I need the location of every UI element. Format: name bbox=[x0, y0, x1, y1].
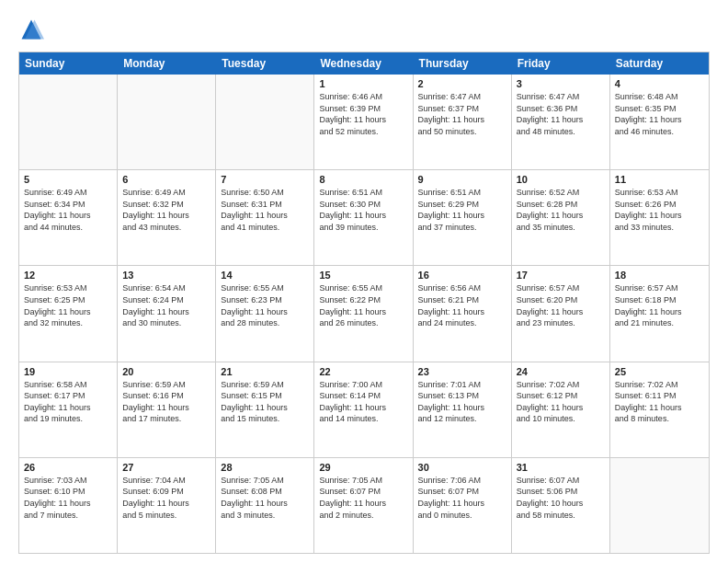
calendar-cell-14: 14Sunrise: 6:55 AM Sunset: 6:23 PM Dayli… bbox=[216, 266, 314, 361]
calendar-cell-13: 13Sunrise: 6:54 AM Sunset: 6:24 PM Dayli… bbox=[118, 266, 216, 361]
calendar-cell-21: 21Sunrise: 6:59 AM Sunset: 6:15 PM Dayli… bbox=[216, 362, 314, 457]
header-day-tuesday: Tuesday bbox=[216, 52, 314, 75]
header-day-wednesday: Wednesday bbox=[314, 52, 413, 75]
day-number: 15 bbox=[319, 270, 407, 281]
day-number: 5 bbox=[24, 174, 112, 185]
day-number: 11 bbox=[615, 174, 704, 185]
day-number: 4 bbox=[615, 78, 704, 89]
calendar-cell-26: 26Sunrise: 7:03 AM Sunset: 6:10 PM Dayli… bbox=[19, 458, 118, 553]
cell-info: Sunrise: 6:58 AM Sunset: 6:17 PM Dayligh… bbox=[24, 379, 112, 425]
calendar: SundayMondayTuesdayWednesdayThursdayFrid… bbox=[18, 52, 710, 554]
calendar-cell-31: 31Sunrise: 6:07 AM Sunset: 5:06 PM Dayli… bbox=[512, 458, 610, 553]
cell-info: Sunrise: 7:06 AM Sunset: 6:07 PM Dayligh… bbox=[418, 475, 506, 521]
cell-info: Sunrise: 7:05 AM Sunset: 6:08 PM Dayligh… bbox=[221, 475, 309, 521]
calendar-cell-23: 23Sunrise: 7:01 AM Sunset: 6:13 PM Dayli… bbox=[414, 362, 512, 457]
calendar-cell-20: 20Sunrise: 6:59 AM Sunset: 6:16 PM Dayli… bbox=[118, 362, 216, 457]
cell-info: Sunrise: 6:48 AM Sunset: 6:35 PM Dayligh… bbox=[615, 91, 704, 137]
calendar-cell-18: 18Sunrise: 6:57 AM Sunset: 6:18 PM Dayli… bbox=[610, 266, 709, 361]
header-day-thursday: Thursday bbox=[414, 52, 512, 75]
cell-info: Sunrise: 7:03 AM Sunset: 6:10 PM Dayligh… bbox=[24, 475, 112, 521]
header-day-friday: Friday bbox=[512, 52, 610, 75]
cell-info: Sunrise: 6:53 AM Sunset: 6:26 PM Dayligh… bbox=[615, 187, 704, 233]
day-number: 18 bbox=[615, 270, 704, 281]
cell-info: Sunrise: 6:47 AM Sunset: 6:36 PM Dayligh… bbox=[517, 91, 605, 137]
day-number: 22 bbox=[319, 366, 407, 377]
cell-info: Sunrise: 7:04 AM Sunset: 6:09 PM Dayligh… bbox=[122, 475, 210, 521]
cell-info: Sunrise: 7:00 AM Sunset: 6:14 PM Dayligh… bbox=[319, 379, 407, 425]
calendar-header: SundayMondayTuesdayWednesdayThursdayFrid… bbox=[19, 52, 709, 75]
day-number: 8 bbox=[319, 174, 407, 185]
cell-info: Sunrise: 6:53 AM Sunset: 6:25 PM Dayligh… bbox=[24, 282, 112, 328]
day-number: 1 bbox=[319, 78, 407, 89]
calendar-row-4: 26Sunrise: 7:03 AM Sunset: 6:10 PM Dayli… bbox=[19, 458, 709, 553]
cell-info: Sunrise: 6:56 AM Sunset: 6:21 PM Dayligh… bbox=[418, 282, 506, 328]
calendar-cell-empty bbox=[118, 75, 216, 169]
cell-info: Sunrise: 6:46 AM Sunset: 6:39 PM Dayligh… bbox=[319, 91, 407, 137]
calendar-cell-5: 5Sunrise: 6:49 AM Sunset: 6:34 PM Daylig… bbox=[19, 170, 118, 265]
day-number: 6 bbox=[122, 174, 210, 185]
day-number: 26 bbox=[24, 462, 112, 473]
cell-info: Sunrise: 6:55 AM Sunset: 6:23 PM Dayligh… bbox=[221, 282, 309, 328]
calendar-body: 1Sunrise: 6:46 AM Sunset: 6:39 PM Daylig… bbox=[19, 75, 709, 553]
day-number: 30 bbox=[418, 462, 506, 473]
day-number: 9 bbox=[418, 174, 506, 185]
cell-info: Sunrise: 7:01 AM Sunset: 6:13 PM Dayligh… bbox=[418, 379, 506, 425]
calendar-cell-7: 7Sunrise: 6:50 AM Sunset: 6:31 PM Daylig… bbox=[216, 170, 314, 265]
day-number: 27 bbox=[122, 462, 210, 473]
calendar-cell-12: 12Sunrise: 6:53 AM Sunset: 6:25 PM Dayli… bbox=[19, 266, 118, 361]
day-number: 14 bbox=[221, 270, 309, 281]
logo-icon bbox=[18, 17, 44, 42]
calendar-cell-25: 25Sunrise: 7:02 AM Sunset: 6:11 PM Dayli… bbox=[610, 362, 709, 457]
calendar-cell-22: 22Sunrise: 7:00 AM Sunset: 6:14 PM Dayli… bbox=[314, 362, 413, 457]
calendar-cell-30: 30Sunrise: 7:06 AM Sunset: 6:07 PM Dayli… bbox=[414, 458, 512, 553]
cell-info: Sunrise: 6:55 AM Sunset: 6:22 PM Dayligh… bbox=[319, 282, 407, 328]
cell-info: Sunrise: 6:54 AM Sunset: 6:24 PM Dayligh… bbox=[122, 282, 210, 328]
cell-info: Sunrise: 6:49 AM Sunset: 6:34 PM Dayligh… bbox=[24, 187, 112, 233]
calendar-cell-2: 2Sunrise: 6:47 AM Sunset: 6:37 PM Daylig… bbox=[414, 75, 512, 169]
day-number: 13 bbox=[122, 270, 210, 281]
cell-info: Sunrise: 6:47 AM Sunset: 6:37 PM Dayligh… bbox=[418, 91, 506, 137]
header bbox=[18, 17, 710, 42]
calendar-row-2: 12Sunrise: 6:53 AM Sunset: 6:25 PM Dayli… bbox=[19, 266, 709, 362]
calendar-cell-24: 24Sunrise: 7:02 AM Sunset: 6:12 PM Dayli… bbox=[512, 362, 610, 457]
calendar-cell-27: 27Sunrise: 7:04 AM Sunset: 6:09 PM Dayli… bbox=[118, 458, 216, 553]
calendar-cell-29: 29Sunrise: 7:05 AM Sunset: 6:07 PM Dayli… bbox=[314, 458, 413, 553]
page: SundayMondayTuesdayWednesdayThursdayFrid… bbox=[0, 0, 728, 563]
calendar-cell-28: 28Sunrise: 7:05 AM Sunset: 6:08 PM Dayli… bbox=[216, 458, 314, 553]
calendar-cell-6: 6Sunrise: 6:49 AM Sunset: 6:32 PM Daylig… bbox=[118, 170, 216, 265]
day-number: 29 bbox=[319, 462, 407, 473]
calendar-cell-empty bbox=[19, 75, 118, 169]
cell-info: Sunrise: 6:51 AM Sunset: 6:29 PM Dayligh… bbox=[418, 187, 506, 233]
header-day-sunday: Sunday bbox=[19, 52, 118, 75]
cell-info: Sunrise: 6:49 AM Sunset: 6:32 PM Dayligh… bbox=[122, 187, 210, 233]
calendar-row-0: 1Sunrise: 6:46 AM Sunset: 6:39 PM Daylig… bbox=[19, 75, 709, 170]
cell-info: Sunrise: 6:57 AM Sunset: 6:20 PM Dayligh… bbox=[517, 282, 605, 328]
cell-info: Sunrise: 7:02 AM Sunset: 6:11 PM Dayligh… bbox=[615, 379, 704, 425]
day-number: 25 bbox=[615, 366, 704, 377]
calendar-cell-16: 16Sunrise: 6:56 AM Sunset: 6:21 PM Dayli… bbox=[414, 266, 512, 361]
cell-info: Sunrise: 6:52 AM Sunset: 6:28 PM Dayligh… bbox=[517, 187, 605, 233]
day-number: 21 bbox=[221, 366, 309, 377]
cell-info: Sunrise: 6:59 AM Sunset: 6:16 PM Dayligh… bbox=[122, 379, 210, 425]
day-number: 24 bbox=[517, 366, 605, 377]
cell-info: Sunrise: 7:02 AM Sunset: 6:12 PM Dayligh… bbox=[517, 379, 605, 425]
cell-info: Sunrise: 6:51 AM Sunset: 6:30 PM Dayligh… bbox=[319, 187, 407, 233]
calendar-cell-8: 8Sunrise: 6:51 AM Sunset: 6:30 PM Daylig… bbox=[314, 170, 413, 265]
cell-info: Sunrise: 7:05 AM Sunset: 6:07 PM Dayligh… bbox=[319, 475, 407, 521]
calendar-cell-11: 11Sunrise: 6:53 AM Sunset: 6:26 PM Dayli… bbox=[610, 170, 709, 265]
day-number: 20 bbox=[122, 366, 210, 377]
calendar-row-1: 5Sunrise: 6:49 AM Sunset: 6:34 PM Daylig… bbox=[19, 170, 709, 266]
calendar-row-3: 19Sunrise: 6:58 AM Sunset: 6:17 PM Dayli… bbox=[19, 362, 709, 458]
header-day-saturday: Saturday bbox=[610, 52, 709, 75]
calendar-cell-4: 4Sunrise: 6:48 AM Sunset: 6:35 PM Daylig… bbox=[610, 75, 709, 169]
logo bbox=[18, 17, 48, 42]
day-number: 31 bbox=[517, 462, 605, 473]
cell-info: Sunrise: 6:50 AM Sunset: 6:31 PM Dayligh… bbox=[221, 187, 309, 233]
calendar-cell-19: 19Sunrise: 6:58 AM Sunset: 6:17 PM Dayli… bbox=[19, 362, 118, 457]
day-number: 23 bbox=[418, 366, 506, 377]
calendar-cell-empty bbox=[216, 75, 314, 169]
day-number: 28 bbox=[221, 462, 309, 473]
calendar-cell-1: 1Sunrise: 6:46 AM Sunset: 6:39 PM Daylig… bbox=[314, 75, 413, 169]
day-number: 10 bbox=[517, 174, 605, 185]
day-number: 19 bbox=[24, 366, 112, 377]
